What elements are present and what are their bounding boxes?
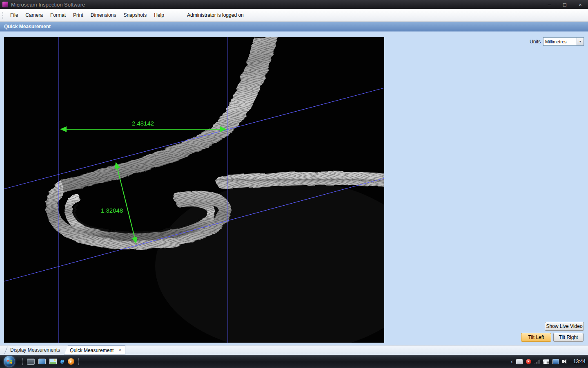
keyboard-icon[interactable] xyxy=(543,359,549,364)
page-title: Quick Measurement xyxy=(0,22,588,31)
computer-icon[interactable] xyxy=(38,359,46,364)
tab-edge-decoration xyxy=(4,347,7,355)
show-hidden-icons-chevron[interactable]: ‹ xyxy=(511,359,513,364)
menu-snapshots[interactable]: Snapshots xyxy=(120,11,150,20)
taskbar-clock[interactable]: 13:44 xyxy=(573,359,586,364)
tab-quick-measurement[interactable]: Quick Measurement × xyxy=(64,346,125,355)
horizontal-measurement-value: 2.48142 xyxy=(127,120,159,127)
menu-bar: File Camera Format Print Dimensions Snap… xyxy=(0,9,588,22)
diagonal-measurement-value: 1.32048 xyxy=(101,207,123,214)
measurement-canvas[interactable]: 2.48142 1.32048 xyxy=(4,37,384,343)
menu-dimensions[interactable]: Dimensions xyxy=(87,11,120,20)
units-label: Units xyxy=(530,39,541,45)
tilt-left-button[interactable]: Tilt Left xyxy=(521,333,551,342)
toolbar-grip-icon xyxy=(22,358,23,365)
window-controls: – □ × xyxy=(545,2,585,8)
document-tab-bar: Display Measurements Quick Measurement × xyxy=(0,345,588,355)
network-icon[interactable] xyxy=(516,359,523,364)
app-icon xyxy=(2,2,8,7)
window-icon[interactable] xyxy=(27,359,35,365)
signal-icon[interactable] xyxy=(535,359,540,364)
units-dropdown[interactable]: Millimetres ▼ xyxy=(543,37,584,46)
menu-help[interactable]: Help xyxy=(150,11,168,20)
tab-display-measurements[interactable]: Display Measurements xyxy=(9,346,64,355)
chevron-down-icon[interactable]: ▼ xyxy=(577,38,584,45)
title-bar: Microseam Inspection Software – □ × xyxy=(0,0,588,9)
windows-logo-icon xyxy=(6,358,13,365)
error-badge-icon[interactable]: × xyxy=(526,359,531,364)
tab-quick-measurement-label: Quick Measurement xyxy=(70,348,114,353)
admin-status: Administrator is logged on xyxy=(187,12,244,18)
pictures-icon[interactable] xyxy=(49,359,57,364)
seam-image[interactable] xyxy=(4,37,384,343)
tilt-right-button[interactable]: Tilt Right xyxy=(553,333,584,342)
quick-launch-area: e ▸ xyxy=(22,357,79,366)
menu-print[interactable]: Print xyxy=(69,11,87,20)
media-player-icon[interactable]: ▸ xyxy=(68,358,74,365)
app-window: Microseam Inspection Software – □ × File… xyxy=(0,0,588,368)
window-title: Microseam Inspection Software xyxy=(11,2,85,8)
start-button[interactable] xyxy=(4,356,15,367)
toolbar-grip-icon xyxy=(78,358,79,365)
system-tray: ‹ × 13:44 xyxy=(511,355,586,368)
volume-icon[interactable] xyxy=(562,359,568,364)
minimize-button[interactable]: – xyxy=(545,2,554,8)
tab-close-icon[interactable]: × xyxy=(117,348,122,353)
maximize-button[interactable]: □ xyxy=(560,2,569,8)
units-selected-value: Millimetres xyxy=(543,39,577,44)
toolbar-grip-icon xyxy=(2,11,4,19)
internet-explorer-icon[interactable]: e xyxy=(60,358,64,365)
menu-camera[interactable]: Camera xyxy=(22,11,47,20)
menu-file[interactable]: File xyxy=(7,11,22,20)
display-icon[interactable] xyxy=(552,359,559,364)
taskbar: e ▸ Microseam Inspecti... ‹ × 13:44 xyxy=(0,355,588,368)
menu-format[interactable]: Format xyxy=(47,11,69,20)
show-live-video-button[interactable]: Show Live Video xyxy=(545,322,584,331)
close-button[interactable]: × xyxy=(576,2,585,8)
